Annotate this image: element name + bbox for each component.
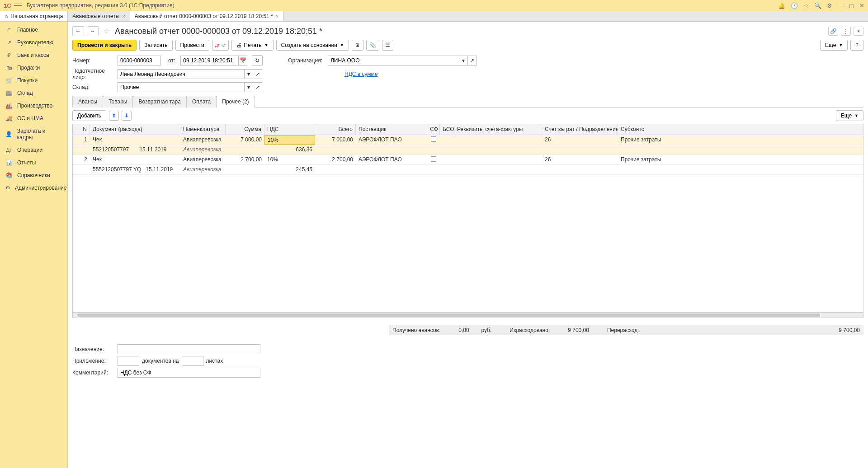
tab-home[interactable]: ⌂ Начальная страница — [0, 11, 68, 21]
person-input[interactable] — [118, 69, 244, 79]
col-n[interactable]: N — [73, 124, 90, 135]
cell-nom2: Авиаперевозка — [180, 165, 226, 174]
sidebar-item-production[interactable]: 🏭Производство — [0, 99, 67, 112]
sidebar-label: Продажи — [17, 65, 40, 71]
more-button[interactable]: Еще▼ — [820, 40, 848, 51]
attach-button[interactable]: 📎 — [366, 40, 379, 51]
related-docs-button[interactable]: 🗎 — [352, 40, 363, 51]
checkbox[interactable] — [431, 136, 436, 142]
col-doc[interactable]: Документ (расхода) — [90, 124, 180, 135]
warehouse-input[interactable] — [118, 82, 244, 92]
help-button[interactable]: ? — [850, 40, 863, 51]
org-input[interactable] — [328, 56, 459, 66]
cell-doc: Чек — [90, 135, 180, 145]
post-button[interactable]: Провести — [175, 40, 209, 51]
vat-link[interactable]: НДС в сумме — [344, 71, 378, 77]
dropdown-icon[interactable]: ▾ — [244, 69, 253, 79]
history-icon[interactable]: 🕓 — [791, 2, 798, 9]
grid-more-button[interactable]: Еще▼ — [836, 110, 863, 121]
close-doc-icon[interactable]: × — [854, 27, 863, 36]
sidebar-item-operations[interactable]: ДтОперации — [0, 144, 67, 156]
purpose-input[interactable] — [118, 344, 260, 354]
cell-total: 2 700,00 — [315, 155, 356, 164]
grid-row[interactable]: 1 Чек Авиаперевозка 7 000,00 10% 7 000,0… — [73, 135, 863, 155]
post-and-close-button[interactable]: Провести и закрыть — [72, 40, 137, 51]
tab-returnable[interactable]: Возвратная тара — [132, 96, 187, 108]
cell-sf[interactable] — [427, 135, 440, 145]
tab-current-document[interactable]: Авансовый отчет 0000-000003 от 09.12.201… — [130, 11, 284, 21]
maximize-icon[interactable]: ◻ — [849, 2, 854, 9]
sidebar-item-salary[interactable]: 👤Зарплата и кадры — [0, 125, 67, 144]
refresh-date-button[interactable]: ↻ — [252, 55, 263, 66]
move-down-button[interactable]: ⬇ — [122, 111, 132, 121]
link-icon[interactable]: 🔗 — [828, 27, 838, 36]
open-icon[interactable]: ↗ — [253, 82, 262, 92]
sidebar-item-main[interactable]: ≡Главное — [0, 23, 67, 36]
col-nom[interactable]: Номенклатура — [180, 124, 226, 135]
tab-advances[interactable]: Авансы — [72, 96, 103, 108]
nav-back-button[interactable]: ← — [72, 26, 84, 36]
dtkt-button[interactable]: ДтКт — [212, 40, 229, 51]
sidebar-item-purchases[interactable]: 🛒Покупки — [0, 74, 67, 87]
sidebar-item-admin[interactable]: ⚙Администрирование — [0, 182, 67, 194]
tab-advance-reports[interactable]: Авансовые отчеты × — [68, 11, 130, 21]
sidebar-item-sales[interactable]: 🛍Продажи — [0, 61, 67, 74]
dropdown-icon[interactable]: ▾ — [244, 82, 253, 92]
number-input[interactable] — [118, 56, 161, 66]
bell-icon[interactable]: 🔔 — [778, 2, 785, 9]
cell-total: 7 000,00 — [315, 135, 356, 145]
grid-body[interactable]: 1 Чек Авиаперевозка 7 000,00 10% 7 000,0… — [73, 135, 863, 312]
cell-nds-editing[interactable]: 10% — [264, 135, 315, 145]
col-bso[interactable]: БСО — [440, 124, 454, 135]
cell-supplier: АЭРОФЛОТ ПАО — [356, 135, 427, 145]
hamburger-icon[interactable] — [14, 4, 22, 8]
sidebar-item-catalogs[interactable]: 📚Справочники — [0, 169, 67, 182]
sidebar-item-reports[interactable]: 📊Отчеты — [0, 156, 67, 169]
comment-input[interactable] — [118, 368, 260, 378]
attach-sheets-input[interactable] — [182, 356, 203, 366]
calendar-icon[interactable]: 📅 — [238, 56, 247, 66]
col-nds[interactable]: НДС — [264, 124, 315, 135]
checkbox[interactable] — [431, 156, 436, 162]
minimize-icon[interactable]: — — [838, 2, 844, 9]
move-up-button[interactable]: ⬆ — [109, 111, 119, 121]
settings-icon[interactable]: ⚙ — [827, 2, 832, 9]
col-total[interactable]: Всего — [315, 124, 356, 135]
horizontal-scrollbar[interactable] — [73, 312, 863, 318]
add-row-button[interactable]: Добавить — [72, 110, 106, 121]
tab-goods[interactable]: Товары — [103, 96, 133, 108]
sidebar-item-bank[interactable]: ₽Банк и касса — [0, 49, 67, 61]
date-input[interactable] — [180, 56, 238, 66]
sidebar-item-manager[interactable]: ↗Руководителю — [0, 36, 67, 49]
star-icon[interactable]: ☆ — [803, 2, 809, 9]
sidebar-item-assets[interactable]: 🚚ОС и НМА — [0, 112, 67, 125]
sidebar-label: Администрирование — [15, 185, 66, 191]
dropdown-icon[interactable]: ▾ — [459, 56, 468, 66]
col-sum[interactable]: Сумма — [226, 124, 264, 135]
favorite-star-icon[interactable]: ☆ — [103, 26, 110, 36]
close-window-icon[interactable]: ✕ — [859, 2, 864, 9]
close-icon[interactable]: × — [122, 14, 125, 19]
grid-row[interactable]: 2 Чек Авиаперевозка 2 700,00 10% 2 700,0… — [73, 155, 863, 175]
more-vertical-icon[interactable]: ⋮ — [841, 27, 851, 36]
col-subconto[interactable]: Субконто — [618, 124, 863, 135]
save-button[interactable]: Записать — [139, 40, 172, 51]
col-supplier[interactable]: Поставщик — [356, 124, 427, 135]
col-invoice[interactable]: Реквизиты счета-фактуры — [454, 124, 542, 135]
tab-other[interactable]: Прочее (2) — [216, 96, 255, 108]
attach-docs-input[interactable] — [118, 356, 139, 366]
sidebar-item-warehouse[interactable]: 🏬Склад — [0, 87, 67, 99]
tab-payment[interactable]: Оплата — [186, 96, 217, 108]
search-icon[interactable]: 🔍 — [814, 2, 821, 9]
col-account[interactable]: Счет затрат / Подразделение — [542, 124, 618, 135]
create-based-button[interactable]: Создать на основании▼ — [276, 40, 349, 51]
print-button[interactable]: 🖨Печать▼ — [231, 40, 273, 51]
close-icon[interactable]: × — [276, 14, 278, 19]
open-icon[interactable]: ↗ — [253, 69, 262, 79]
open-icon[interactable]: ↗ — [468, 56, 477, 66]
col-sf[interactable]: СФ — [427, 124, 440, 135]
cell-sf[interactable] — [427, 155, 440, 164]
nav-forward-button[interactable]: → — [87, 26, 99, 36]
list-button[interactable]: ☰ — [382, 40, 393, 51]
comment-label: Комментарий: — [72, 370, 115, 376]
